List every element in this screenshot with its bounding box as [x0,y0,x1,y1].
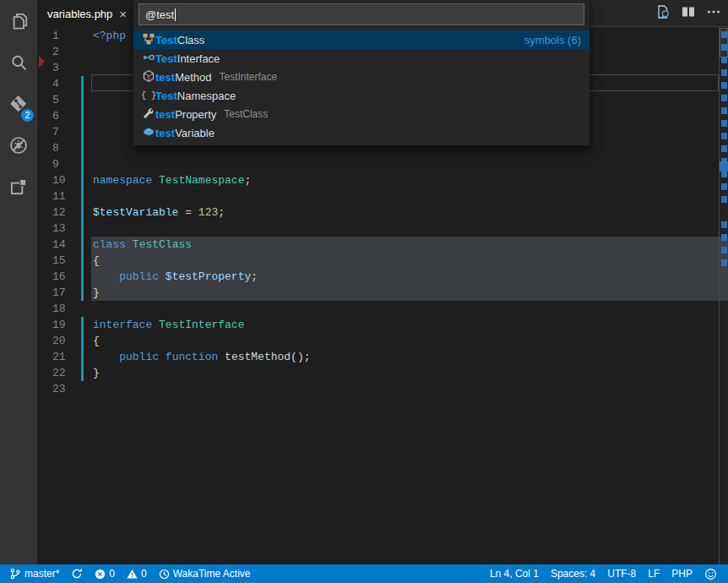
svg-text:{ }: { } [142,90,155,100]
overview-modified-mark [721,259,727,266]
overview-modified-mark [721,31,727,38]
tab-variables-php[interactable]: variables.php × [37,0,133,27]
close-icon[interactable]: × [119,8,127,20]
token: $testVariable [93,206,178,219]
line-number: 14 [52,237,66,253]
status-0[interactable]: 0 [121,564,153,583]
overview-ruler [719,27,728,564]
symbol-label-text: Property [175,108,216,121]
quick-open-input[interactable]: @test [139,3,584,25]
warning-icon [127,569,138,580]
overview-modified-mark [721,183,727,190]
sync-icon [71,568,83,580]
status-spaces-4[interactable]: Spaces: 4 [545,564,601,583]
quick-open-list: TestClasssymbols (6)TestInterfacetestMet… [133,30,589,142]
symbol-namespace-icon: { } [142,88,155,104]
code-text: { [93,253,100,269]
token: public [119,270,159,283]
status-label: master* [24,568,59,580]
symbol-item-testnamespace[interactable]: { }TestNamespace [133,86,589,105]
line-number: 1 [52,28,59,44]
token: = [178,206,198,219]
line-number: 5 [52,92,59,108]
tab-label: variables.php [47,8,112,20]
token [93,351,119,363]
status-wakatime-active[interactable]: WakaTime Active [153,564,257,583]
code-text: <?php [93,28,126,44]
status-smiley[interactable] [698,564,723,583]
status-sync[interactable] [65,564,89,583]
gutter-modified-indicator [81,156,84,172]
error-icon [95,569,106,580]
line-number: 10 [52,172,66,188]
search-file-button[interactable] [655,4,671,23]
symbol-item-testmethod[interactable]: testMethodTestInterface [133,68,589,86]
line-number: 15 [52,253,66,269]
symbol-item-testinterface[interactable]: TestInterface [133,49,589,68]
editor-actions [655,0,721,27]
activity-item-extensions[interactable] [0,166,37,207]
token: ; [244,174,251,187]
gutter-modified-indicator [81,124,84,140]
status-utf-8[interactable]: UTF-8 [601,564,642,583]
editor-line: 14class TestClass [37,237,728,253]
token: $testProperty [166,270,251,283]
symbol-item-testvariable[interactable]: testVariable [133,123,589,142]
files-icon [8,10,30,32]
symbol-variable-icon [142,125,155,141]
code-text: } [93,285,100,301]
status-lf[interactable]: LF [642,564,666,583]
line-number: 4 [52,76,59,92]
editor-line: 20{ [37,333,728,349]
token: interface [93,319,152,331]
status-0[interactable]: 0 [89,564,121,583]
activity-bar: 2 [0,0,37,564]
token: <?php [93,30,126,42]
gutter-modified-indicator [81,285,84,301]
line-number: 16 [52,269,66,285]
token [159,351,166,363]
overview-modified-mark [721,95,727,101]
more-actions-button[interactable] [706,4,721,23]
status-php[interactable]: PHP [666,564,698,583]
token: 123 [198,206,218,219]
line-number: 17 [52,285,66,301]
editor-line: 21 public function testMethod(); [37,349,728,365]
symbol-label-text: Interface [177,52,220,65]
overview-modified-mark [721,44,727,51]
gutter-modified-indicator [81,172,84,188]
status-ln-4-col-1[interactable]: Ln 4, Col 1 [484,564,545,583]
gutter-modified-indicator [81,140,84,156]
activity-item-explorer[interactable] [0,0,37,41]
activity-item-debug[interactable] [0,124,37,166]
gutter-modified-indicator [81,317,84,333]
symbol-match-text: Test [155,34,177,46]
line-number: 11 [52,188,66,204]
token: testMethod(); [225,351,310,363]
editor-line: 16 public $testProperty; [37,269,728,285]
more-actions-icon [706,4,721,23]
activity-item-search[interactable] [0,41,37,83]
symbol-item-testproperty[interactable]: testPropertyTestClass [133,105,589,123]
token [93,270,119,283]
activity-item-source-control[interactable]: 2 [0,83,37,124]
clock-icon [159,569,170,580]
symbol-detail-text: TestInterface [220,71,278,83]
gutter-modified-indicator [81,76,84,92]
editor-line: 12$testVariable = 123; [37,204,728,221]
symbol-property-icon [142,106,155,123]
overview-modified-mark [721,120,727,127]
token: } [93,367,100,379]
editor-line: 9 [37,156,728,172]
symbol-label-text: Namespace [177,90,236,102]
split-editor-button[interactable] [681,4,696,23]
code-text: interface TestInterface [93,317,244,333]
status-master[interactable]: master* [3,564,65,583]
editor-line: 11 [37,188,728,204]
symbol-label-text: Variable [175,127,215,139]
editor-line: 18 [37,301,728,317]
symbol-method-icon [142,69,155,85]
symbol-item-testclass[interactable]: TestClasssymbols (6) [133,30,589,49]
symbol-match-text: test [155,108,175,121]
gutter-marker-icon [39,56,45,68]
